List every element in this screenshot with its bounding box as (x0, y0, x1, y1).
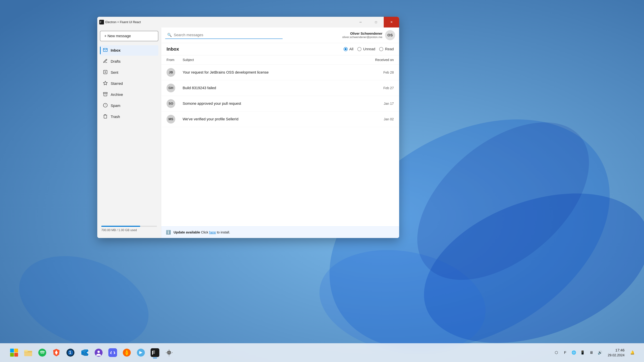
filter-read-label: Read (385, 47, 394, 51)
title-bar-left: F Electron + Fluent UI React (99, 20, 141, 24)
electron-app-icon[interactable]: F (149, 347, 161, 359)
sidebar-label-archive: Archive (111, 92, 123, 97)
title-bar: F Electron + Fluent UI React ─ □ ✕ (97, 17, 399, 27)
file-explorer-icon[interactable] (22, 347, 34, 359)
archive-icon (103, 92, 108, 97)
storage-section: 700.00 MB / 1.00 GB used (100, 223, 158, 235)
1password-icon[interactable]: 1 (64, 347, 76, 359)
system-icons: ⬡ F 🌐 📱 🖥 🔊 (553, 349, 604, 356)
date-display: 29.02.2024 (608, 353, 624, 358)
user-info: Oliver Schwendener oliver.schwendener@pr… (342, 32, 382, 39)
filter-read[interactable]: Read (379, 47, 394, 51)
update-text-middle: Click (201, 230, 209, 234)
table-row[interactable]: GH Build 8319243 failed Feb 27 (161, 80, 399, 96)
storage-bar-fill (101, 226, 140, 227)
svg-point-28 (113, 352, 114, 354)
email-date: Feb 27 (360, 86, 394, 90)
font-icon[interactable]: F (562, 349, 569, 356)
app-body: + New message Inbox (97, 27, 399, 238)
svg-rect-10 (103, 92, 107, 93)
email-list: JB Your request for JetBrains OSS develo… (161, 65, 399, 127)
storage-label: 700.00 MB / 1.00 GB used (101, 228, 137, 232)
svg-marker-9 (103, 81, 107, 85)
maximize-button[interactable]: □ (368, 17, 384, 27)
email-table: From Subject Received on JB Your request… (161, 55, 399, 226)
vscode-icon[interactable] (78, 347, 90, 359)
github-desktop-icon[interactable] (92, 347, 105, 359)
brave-browser-icon[interactable] (50, 347, 62, 359)
update-bold: Update available (174, 230, 200, 234)
sidebar-item-sent[interactable]: Sent (100, 67, 158, 78)
update-text: Update available Click here to install. (174, 230, 230, 234)
table-row[interactable]: SO Somone approved your pull request Jan… (161, 96, 399, 111)
start-button[interactable] (8, 347, 20, 359)
table-row[interactable]: MS We've verified your profile SellerId … (161, 111, 399, 127)
update-banner: ℹ️ Update available Click here to instal… (161, 226, 399, 238)
sidebar-item-starred[interactable]: Starred (100, 78, 158, 89)
vpn-icon[interactable]: 🌐 (570, 349, 578, 356)
update-link[interactable]: here (209, 230, 216, 234)
firewatch-icon[interactable] (121, 347, 133, 359)
dev-tools-icon[interactable] (135, 347, 147, 359)
email-subject: Somone approved your pull request (180, 101, 360, 106)
sidebar-label-sent: Sent (111, 70, 118, 75)
update-text-end: to install. (217, 230, 230, 234)
col-from: From (166, 58, 180, 62)
time-display: 17:46 (608, 348, 624, 353)
filter-unread-label: Unread (363, 47, 375, 51)
notification-icon[interactable]: 🔔 (628, 349, 636, 356)
close-button[interactable]: ✕ (384, 17, 399, 27)
sidebar-item-trash[interactable]: Trash (100, 112, 158, 122)
filter-unread[interactable]: Unread (358, 47, 375, 51)
user-email: oliver.schwendener@proton.me (342, 35, 382, 39)
search-icon: 🔍 (167, 33, 172, 37)
table-header: From Subject Received on (161, 55, 399, 65)
svg-rect-16 (10, 353, 14, 357)
filter-all[interactable]: All (344, 47, 353, 51)
radio-all (344, 47, 348, 51)
search-bar: 🔍 (165, 31, 282, 39)
svg-rect-17 (14, 353, 18, 357)
filter-all-label: All (349, 47, 353, 51)
app-icon: F (99, 20, 104, 24)
new-message-button[interactable]: + New message (100, 31, 158, 41)
sidebar-item-inbox[interactable]: Inbox (100, 45, 158, 56)
svg-rect-26 (108, 348, 117, 357)
avatar[interactable]: OS (385, 30, 395, 40)
app-window: F Electron + Fluent UI React ─ □ ✕ + New… (97, 17, 399, 238)
radio-read (379, 47, 383, 51)
spotify-icon[interactable] (36, 347, 48, 359)
inbox-title: Inbox (166, 46, 179, 52)
search-input[interactable] (174, 33, 280, 37)
sidebar-label-spam: Spam (111, 104, 120, 108)
device-icon[interactable]: 📱 (579, 349, 586, 356)
email-subject: Your request for JetBrains OSS developme… (180, 70, 360, 75)
discord-icon[interactable] (107, 347, 119, 359)
taskbar-center: 1 (8, 347, 175, 359)
display-icon[interactable]: 🖥 (588, 349, 595, 356)
svg-rect-19 (24, 350, 28, 352)
storage-bar-container (101, 226, 157, 227)
sent-icon (103, 70, 108, 75)
svg-rect-15 (14, 349, 18, 352)
table-row[interactable]: JB Your request for JetBrains OSS develo… (161, 65, 399, 80)
network-icon[interactable]: ⬡ (553, 349, 560, 356)
inbox-icon (103, 48, 108, 53)
sender-avatar: MS (166, 115, 175, 123)
volume-icon[interactable]: 🔊 (596, 349, 604, 356)
window-title: Electron + Fluent UI React (105, 20, 141, 24)
sidebar-item-spam[interactable]: Spam (100, 100, 158, 111)
email-date: Jan 02 (360, 117, 394, 121)
svg-point-36 (168, 352, 170, 354)
minimize-button[interactable]: ─ (353, 17, 368, 27)
sidebar-label-drafts: Drafts (111, 59, 120, 64)
taskbar-time[interactable]: 17:46 29.02.2024 (608, 348, 624, 358)
svg-text:1: 1 (69, 350, 71, 355)
sidebar-item-archive[interactable]: Archive (100, 89, 158, 100)
user-profile: Oliver Schwendener oliver.schwendener@pr… (342, 30, 395, 40)
sidebar: + New message Inbox (97, 27, 161, 238)
settings-icon[interactable] (163, 347, 175, 359)
sidebar-item-drafts[interactable]: Drafts (100, 56, 158, 67)
col-received: Received on (360, 58, 394, 62)
svg-point-25 (98, 351, 100, 353)
